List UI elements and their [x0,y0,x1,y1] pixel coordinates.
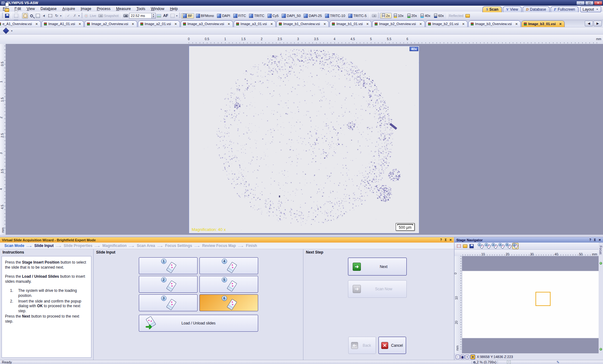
wizard-step-review-focus-map[interactable]: Review Focus Map [202,244,236,248]
cut-icon[interactable]: ✂ [13,2,19,7]
objective-20x[interactable]: 20x [406,13,419,18]
mode-tab-fullscreen[interactable]: FFullscreen [551,6,579,12]
slide-position-2-button[interactable]: 2♥♥··· [139,276,198,293]
document-tab[interactable]: Image_A1_01.vsi✕ [41,20,84,27]
save-icon[interactable] [4,13,10,19]
load-unload-slides-button[interactable]: ♥♥··· ➜ Load / Unload slides [139,315,258,332]
tab-close-icon[interactable]: ✕ [132,22,134,26]
menu-process[interactable]: Process [94,6,113,11]
exposure-stepper[interactable]: ▲▼ [152,13,156,19]
new-document-icon[interactable] [4,2,10,7]
slide-position-5-button[interactable]: 5♥♥··· [199,276,258,293]
exposure-input[interactable]: 22.52 ms [129,13,152,19]
wizard-step-scan-mode[interactable]: Scan Mode [4,244,24,248]
menu-database[interactable]: Database [38,6,59,11]
pen-tool-icon[interactable]: ✎ [557,360,559,364]
stage-move-icon[interactable]: ◈ [470,355,475,359]
tab-close-icon[interactable]: ✕ [35,22,38,26]
wizard-step-scan-area[interactable]: Scan Area [137,244,155,248]
tab-close-icon[interactable]: ✕ [462,22,464,26]
menu-image[interactable]: Image [78,6,94,11]
next-button[interactable]: ➜ Next [348,258,407,276]
pointer-tool-icon[interactable]: ➤ [40,12,48,20]
current-view-rectangle[interactable] [535,292,551,306]
slide-position-6-button[interactable]: 6♥♥··· [199,294,258,311]
navigator-slot-3-icon[interactable]: 3 [492,243,498,249]
objective-10x[interactable]: 10x [392,13,405,18]
document-tab[interactable]: Image_a2_01.vsi✕ [138,20,180,27]
document-tab[interactable]: Image_a3_01.vsi✕ [234,20,276,27]
navigator-slot-4-icon[interactable]: 4 [498,243,505,249]
mode-tab-database[interactable]: DDatabase [523,6,550,12]
stage-area-icon[interactable] [456,243,462,249]
crosshair-icon[interactable]: + [507,361,511,364]
chevron-down-icon[interactable]: ▼ [11,30,13,32]
cancel-button[interactable]: ✕ Cancel [378,337,406,354]
navigator-slot-2-icon[interactable]: 2 [485,243,491,249]
mode-tab-view[interactable]: VView [503,6,522,12]
zoom-level-readout[interactable]: 2 % (0.799x) [477,360,496,364]
tab-close-icon[interactable]: ✕ [227,22,230,26]
roi-tool-icon[interactable] [47,13,53,19]
tab-close-icon[interactable]: ✕ [419,22,422,26]
image-canvas-area[interactable]: 40x Magnification: 40 x 500 µm [6,44,603,235]
layout-dropdown[interactable]: Layout ▼ [580,6,601,12]
save-icon[interactable] [469,243,474,249]
menu-window[interactable]: Window [148,6,167,11]
menu-acquire[interactable]: Acquire [59,6,78,11]
navigator-stage-view[interactable]: 01020mm [454,256,599,353]
document-tab[interactable]: Image_b1_01.vsi✕ [329,20,372,27]
navigator-slide-area[interactable] [462,271,599,338]
zoom-in-icon[interactable] [29,13,34,19]
zoom-in-icon[interactable]: + [465,355,469,359]
rotate-tool-icon[interactable]: ↻ [54,13,59,19]
close-icon[interactable]: ✕ [594,1,602,5]
close-icon[interactable]: ✕ [599,238,601,242]
navigator-slot-6-icon[interactable]: 6 [512,243,519,249]
pin-icon[interactable]: ⊼ [594,238,596,242]
menu-view[interactable]: View [24,6,38,11]
tab-close-icon[interactable]: ✕ [515,22,518,26]
navigator-slot-1-icon[interactable]: 1 [478,243,484,249]
slide-position-3-button[interactable]: 3♥♥··· [139,294,198,311]
mode-tab-scan[interactable]: SScan [482,6,502,12]
objective-2x[interactable]: 2x [380,13,392,19]
channel-bf[interactable]: BF [181,13,194,19]
open-folder-icon[interactable] [462,243,468,249]
document-tab[interactable]: Image_b2_Overview.vsi✕ [372,20,425,27]
tab-close-icon[interactable]: ✕ [366,22,369,26]
channel-fitc[interactable]: FITC [232,13,247,18]
document-tab[interactable]: Image_b2_01.vsi✕ [426,20,468,27]
mirror-unit-icon[interactable] [465,13,470,19]
navigator-slot-5-icon[interactable]: 5 [505,243,512,249]
open-folder-icon[interactable] [4,7,10,13]
wizard-step-finish[interactable]: Finish [246,244,257,248]
tab-close-icon[interactable]: ✕ [79,22,81,26]
specimen-image[interactable]: 40x Magnification: 40 x 500 µm [189,46,419,233]
close-icon[interactable]: ✕ [449,238,452,242]
tab-close-icon[interactable]: ✕ [323,22,326,26]
maximize-icon[interactable]: ▢ [585,1,594,5]
document-tab[interactable]: Image_b3_01.vsi✕ [521,20,565,27]
minimize-icon[interactable]: – [576,1,585,5]
menu-tools[interactable]: Tools [133,6,148,11]
document-tab[interactable]: Image_a3_Overview.vsi✕ [181,20,233,27]
document-tab[interactable]: Image_a2_Overview.vsi✕ [84,20,137,27]
help-icon[interactable]: ? [440,238,442,242]
document-tab[interactable]: e_A1_Overview.vsi✕ [0,20,41,27]
document-tab[interactable]: Image_b1_Overview.vsi✕ [276,20,329,27]
channel-tritc-5[interactable]: TRITC-5 [347,13,368,18]
tab-close-icon[interactable]: ✕ [174,22,177,26]
zoom-out-icon[interactable]: − [456,355,460,359]
tab-scroll-right-icon[interactable]: ▶ [594,21,602,26]
pan-tool-icon[interactable] [22,13,28,19]
channel-dapi[interactable]: DAPI [216,13,231,18]
copy-icon[interactable] [13,7,19,13]
wizard-step-focus-settings[interactable]: Focus Settings [165,244,192,248]
channel-dapi_50[interactable]: DAPI_50 [280,13,302,18]
autofocus-label[interactable]: AF [163,13,168,18]
slide-position-1-button[interactable]: 1♥♥··· [139,257,198,274]
toolbar-grip[interactable] [2,13,3,19]
annotation-shape-icon[interactable] [3,28,9,34]
tab-close-icon[interactable]: ✕ [270,22,273,26]
